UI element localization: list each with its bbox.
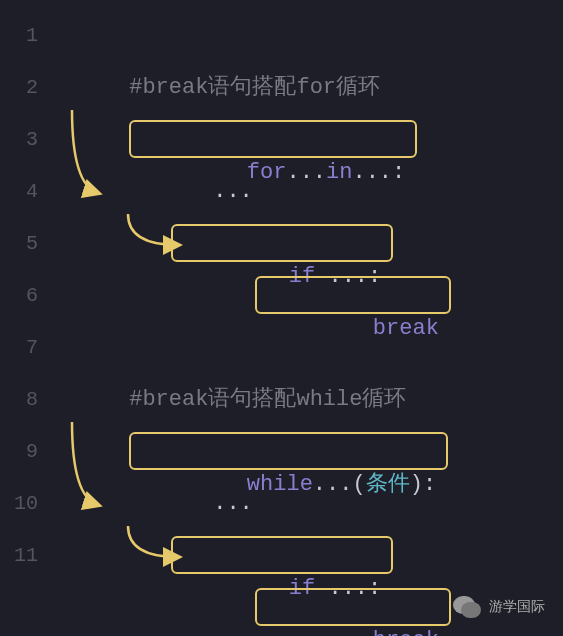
code-line-2: for...in...: — [50, 62, 563, 114]
line-number-gutter: 1 2 3 4 5 6 7 8 9 10 11 — [0, 10, 50, 582]
line-number: 10 — [0, 478, 50, 530]
watermark-text: 游学国际 — [489, 598, 545, 616]
code-line-3: ... — [50, 114, 563, 166]
code-line-9: ... — [50, 426, 563, 478]
code-line-6 — [50, 270, 563, 322]
code-line-1: #break语句搭配for循环 — [50, 10, 563, 62]
code-line-11: break — [50, 530, 563, 582]
code-line-8: while...(条件): — [50, 374, 563, 426]
code-line-5: break — [50, 218, 563, 270]
break-keyword: break — [373, 628, 439, 636]
code-line-10: if ...: — [50, 478, 563, 530]
code-line-4: if ...: — [50, 166, 563, 218]
wechat-icon — [453, 596, 481, 618]
line-number: 4 — [0, 166, 50, 218]
line-number: 2 — [0, 62, 50, 114]
code-editor: 1 2 3 4 5 6 7 8 9 10 11 #break语句搭配for循环 … — [0, 0, 563, 582]
line-number: 11 — [0, 530, 50, 582]
code-line-7: #break语句搭配while循环 — [50, 322, 563, 374]
line-number: 8 — [0, 374, 50, 426]
watermark: 游学国际 — [453, 596, 545, 618]
line-number: 7 — [0, 322, 50, 374]
code-area: #break语句搭配for循环 for...in...: ... if ...:… — [50, 10, 563, 582]
line-number: 3 — [0, 114, 50, 166]
line-number: 6 — [0, 270, 50, 322]
line-number: 5 — [0, 218, 50, 270]
break-statement-box: break — [255, 588, 451, 626]
line-number: 9 — [0, 426, 50, 478]
line-number: 1 — [0, 10, 50, 62]
